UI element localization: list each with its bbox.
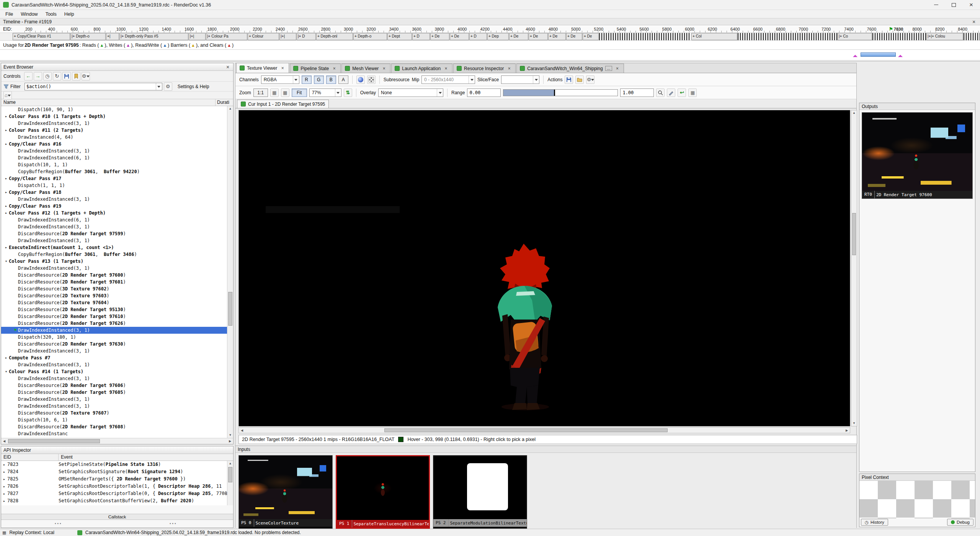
pass-segment[interactable] bbox=[872, 33, 926, 40]
expand-arrow-icon[interactable] bbox=[13, 306, 18, 313]
document-tab[interactable]: Resource Inspector bbox=[453, 64, 516, 73]
expand-arrow-icon[interactable] bbox=[13, 320, 18, 327]
current-region-highlight[interactable] bbox=[861, 52, 896, 57]
event-browser-vertical-scrollbar[interactable] bbox=[227, 106, 233, 438]
expand-arrow-icon[interactable] bbox=[13, 148, 18, 154]
expand-arrow-icon[interactable] bbox=[13, 196, 18, 203]
expand-arrow-icon[interactable] bbox=[3, 127, 9, 134]
expand-arrow-icon[interactable] bbox=[13, 216, 18, 223]
channels-combo[interactable]: RGBA bbox=[261, 75, 299, 84]
range-reset-button[interactable] bbox=[678, 89, 686, 97]
event-row[interactable]: DiscardResource(2D Render Target 97626) bbox=[1, 320, 227, 327]
document-tab[interactable]: Pipeline State bbox=[290, 64, 341, 73]
event-row[interactable]: Copy/Clear Pass #18 bbox=[1, 189, 227, 196]
thumbnail-image[interactable] bbox=[862, 113, 972, 191]
api-row[interactable]: 7828 SetGraphicsRootConstantBufferView(2… bbox=[1, 497, 227, 505]
expand-arrow-icon[interactable] bbox=[13, 237, 18, 244]
event-row[interactable]: Copy/Clear Pass #19 bbox=[1, 203, 227, 210]
event-row[interactable]: Dispatch(1, 1, 1) bbox=[1, 182, 227, 189]
scroll-right-icon[interactable] bbox=[844, 428, 850, 433]
scroll-left-icon[interactable] bbox=[1, 438, 7, 444]
pass-segment[interactable]: + Dept bbox=[387, 33, 412, 40]
expand-arrow-icon[interactable] bbox=[3, 141, 9, 148]
input-thumbnail[interactable]: PS 2 SeparateModulationBilinearTexture bbox=[433, 455, 527, 529]
expand-arrow-icon[interactable] bbox=[13, 423, 18, 430]
pass-segment[interactable] bbox=[964, 33, 980, 40]
gamma-display-button[interactable] bbox=[356, 75, 365, 84]
expand-arrow-icon[interactable] bbox=[1, 461, 7, 468]
pass-segment[interactable]: + De bbox=[450, 33, 469, 40]
event-row[interactable]: DrawIndexedInstanced(3, 1) bbox=[1, 375, 227, 382]
debug-button[interactable]: Debug bbox=[947, 519, 973, 526]
event-row[interactable]: DiscardResource(3D Texture 97602) bbox=[1, 285, 227, 292]
pass-segment[interactable]: + Depth-onl bbox=[316, 33, 353, 40]
event-row[interactable]: DiscardResource(2D Render Target 97630) bbox=[1, 341, 227, 347]
scrollbar-thumb[interactable] bbox=[852, 213, 856, 255]
pass-segment[interactable]: |+ D bbox=[297, 33, 316, 40]
refresh-button[interactable] bbox=[53, 72, 61, 80]
document-tab[interactable]: Mesh Viewer bbox=[341, 64, 390, 73]
menu-item[interactable]: Window bbox=[17, 11, 41, 17]
filter-dropdown-button[interactable] bbox=[156, 83, 162, 90]
expand-arrow-icon[interactable] bbox=[13, 106, 18, 113]
expand-arrow-icon[interactable] bbox=[13, 279, 18, 285]
event-row[interactable]: DrawIndexedInstanced(3, 1) bbox=[1, 347, 227, 354]
event-row[interactable]: DrawIndexedInstanced(3, 1) bbox=[1, 223, 227, 230]
event-row[interactable]: DrawIndexedInstanced(3, 1) bbox=[1, 265, 227, 272]
menu-item[interactable]: File bbox=[2, 11, 17, 17]
scroll-up-icon[interactable] bbox=[851, 110, 857, 116]
expand-arrow-icon[interactable] bbox=[13, 292, 18, 299]
document-tab[interactable]: Launch Application bbox=[391, 64, 452, 73]
expand-arrow-icon[interactable] bbox=[3, 189, 9, 196]
timeline-usage-track[interactable] bbox=[0, 50, 980, 60]
document-tab[interactable]: Texture Viewer bbox=[236, 63, 289, 73]
close-icon[interactable] bbox=[614, 66, 621, 71]
output-thumbnail[interactable]: RT0 2D Render Target 97600 bbox=[862, 112, 973, 199]
expand-arrow-icon[interactable] bbox=[3, 354, 9, 361]
expand-arrow-icon[interactable] bbox=[1, 475, 7, 483]
range-slider-handle[interactable] bbox=[554, 90, 555, 96]
save-texture-button[interactable] bbox=[565, 75, 573, 84]
expand-arrow-icon[interactable] bbox=[13, 265, 18, 272]
thumbnail-image[interactable] bbox=[239, 456, 332, 519]
expand-arrow-icon[interactable] bbox=[3, 203, 9, 210]
maximize-button[interactable] bbox=[945, 0, 962, 10]
texture-horizontal-scrollbar[interactable] bbox=[238, 427, 850, 433]
scroll-down-icon[interactable] bbox=[851, 421, 857, 426]
event-row[interactable]: DiscardResource(2D Render Target 95130) bbox=[1, 306, 227, 313]
close-button[interactable] bbox=[962, 0, 980, 10]
pass-segment[interactable]: + Colour bbox=[248, 33, 279, 40]
pass-segment[interactable]: |+ Co bbox=[838, 33, 872, 40]
pass-segment[interactable]: + Col bbox=[691, 33, 737, 40]
close-icon[interactable] bbox=[225, 64, 231, 70]
texture-vertical-scrollbar[interactable] bbox=[851, 110, 857, 426]
mip-combo[interactable]: 0 - 2560x1440 bbox=[421, 75, 475, 84]
expand-arrow-icon[interactable] bbox=[13, 313, 18, 320]
event-row[interactable]: DrawIndexedInstanc bbox=[1, 430, 227, 437]
close-icon[interactable] bbox=[506, 66, 512, 71]
name-column-header[interactable]: Name bbox=[1, 99, 216, 106]
thumbnail-image[interactable] bbox=[337, 456, 429, 520]
pass-segment[interactable]: + De bbox=[430, 33, 449, 40]
settings-help-link[interactable]: Settings & Help bbox=[178, 84, 209, 89]
expand-arrow-icon[interactable] bbox=[13, 327, 18, 334]
open-texture-button[interactable] bbox=[575, 75, 584, 84]
scrollbar-thumb[interactable] bbox=[384, 428, 668, 432]
api-row[interactable]: 7827 SetGraphicsRootDescriptorTable(0, {… bbox=[1, 490, 227, 497]
filter-input[interactable] bbox=[25, 84, 156, 89]
expand-arrow-icon[interactable] bbox=[13, 272, 18, 279]
eid-column-header[interactable]: EID bbox=[1, 454, 59, 461]
range-min-input[interactable] bbox=[467, 89, 501, 97]
event-row[interactable]: Colour Pass #13 (1 Targets) bbox=[1, 258, 227, 265]
duration-column-header[interactable]: Durati bbox=[216, 99, 233, 106]
event-column-header[interactable]: Event bbox=[59, 454, 233, 461]
scroll-up-icon[interactable] bbox=[227, 106, 233, 111]
step-forward-button[interactable] bbox=[34, 72, 42, 80]
expand-arrow-icon[interactable] bbox=[13, 154, 18, 161]
pass-segment[interactable]: |+ Depth-only Pass #5 bbox=[119, 33, 188, 40]
expand-arrow-icon[interactable] bbox=[13, 299, 18, 306]
expand-arrow-icon[interactable] bbox=[3, 244, 9, 251]
expand-arrow-icon[interactable] bbox=[3, 175, 9, 182]
event-row[interactable]: DrawIndexedInstanced(3, 1) bbox=[1, 361, 227, 368]
current-texture-tab[interactable]: Cur Input 1 - 2D Render Target 97595 bbox=[237, 100, 329, 108]
